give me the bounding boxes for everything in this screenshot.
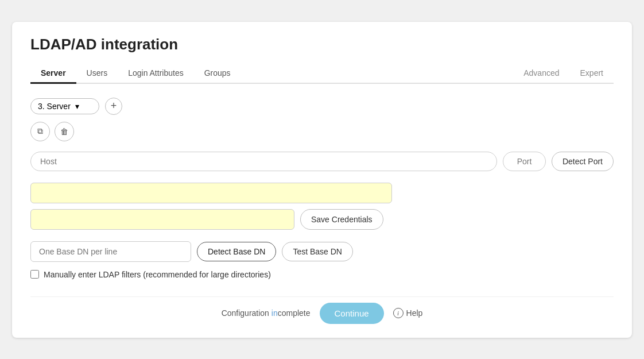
tab-server[interactable]: Server (30, 64, 76, 84)
chevron-down-icon: ▾ (75, 102, 79, 111)
ldap-filters-label: Manually enter LDAP filters (recommended… (44, 270, 271, 279)
server-dropdown[interactable]: 3. Server ▾ (30, 98, 99, 114)
ldap-filters-row: Manually enter LDAP filters (recommended… (30, 270, 614, 279)
tab-bar: Server Users Login Attributes Groups Adv… (30, 64, 614, 84)
base-dn-input[interactable] (30, 241, 191, 262)
bind-dn-input[interactable] (30, 183, 392, 203)
tab-login-attributes[interactable]: Login Attributes (118, 64, 194, 84)
bind-password-input[interactable] (30, 209, 294, 230)
tab-expert[interactable]: Expert (570, 64, 614, 84)
tabs-left: Server Users Login Attributes Groups (30, 64, 241, 83)
port-input[interactable] (503, 152, 546, 171)
continue-button[interactable]: Continue (320, 303, 384, 324)
help-label: Help (406, 308, 423, 318)
trash-icon: 🗑 (60, 127, 68, 136)
save-credentials-button[interactable]: Save Credentials (300, 209, 383, 230)
page-title: LDAP/AD integration (30, 36, 614, 53)
delete-server-button[interactable]: 🗑 (55, 122, 74, 141)
copy-server-button[interactable]: ⧉ (30, 122, 50, 141)
footer: Configuration incomplete Continue i Help (30, 296, 614, 324)
tab-advanced[interactable]: Advanced (513, 64, 569, 84)
host-input[interactable] (30, 152, 497, 171)
test-base-dn-button[interactable]: Test Base DN (282, 242, 353, 261)
bind-password-row: Save Credentials (30, 209, 614, 230)
add-server-button[interactable]: + (105, 98, 122, 115)
tabs-right: Advanced Expert (513, 64, 614, 83)
copy-icon: ⧉ (37, 126, 43, 136)
tab-users[interactable]: Users (76, 64, 118, 84)
help-link[interactable]: i Help (393, 308, 423, 318)
host-port-row: Detect Port (30, 152, 614, 171)
detect-base-dn-button[interactable]: Detect Base DN (197, 242, 276, 261)
server-dropdown-label: 3. Server (38, 102, 71, 111)
help-icon: i (393, 308, 404, 318)
credentials-section: Save Credentials (30, 183, 614, 230)
server-controls: 3. Server ▾ + (30, 98, 614, 115)
bind-dn-row (30, 183, 614, 203)
main-card: LDAP/AD integration Server Users Login A… (12, 22, 632, 338)
ldap-filters-checkbox[interactable] (30, 270, 39, 279)
configuration-status: Configuration incomplete (222, 308, 311, 318)
base-dn-row: Detect Base DN Test Base DN (30, 241, 614, 262)
tab-groups[interactable]: Groups (194, 64, 241, 84)
server-icon-row: ⧉ 🗑 (30, 122, 614, 141)
detect-port-button[interactable]: Detect Port (552, 152, 614, 171)
